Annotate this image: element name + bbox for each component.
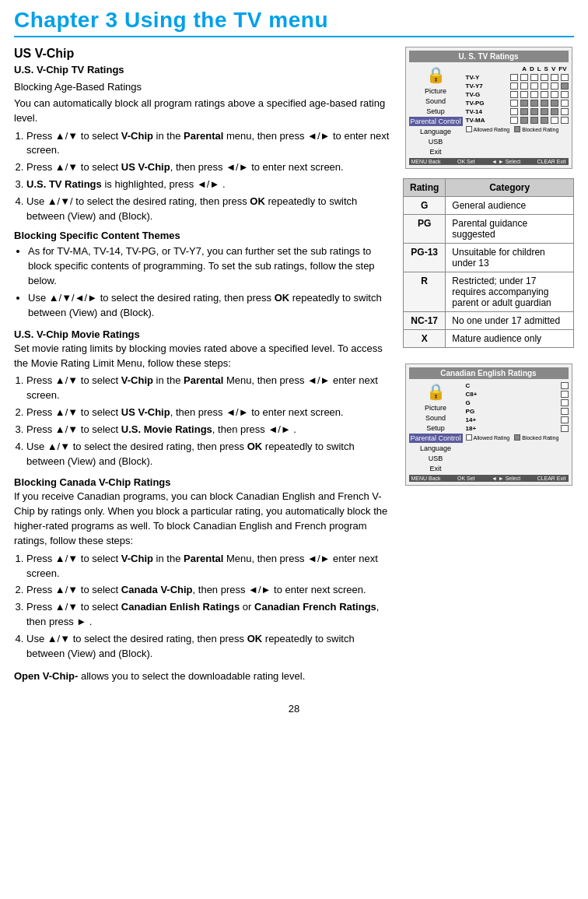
rating-row-tvy7: TV-Y7 [466, 83, 569, 90]
tv-legend: Allowed Rating Blocked Rating [466, 126, 569, 132]
category-col-header: Category [446, 179, 574, 197]
movie-ratings-section: U.S. V-Chip Movie Ratings Set movie rati… [14, 328, 392, 469]
cell-tv14-s [541, 108, 548, 115]
tv-ratings-content: ADLSVFV TV-Y [466, 65, 569, 156]
sidebar-parental: Parental Control [409, 117, 463, 126]
rating-row-tvma: TV-MA [466, 117, 569, 124]
cell-tvg-d [520, 91, 528, 98]
step1-item2: Press ▲/▼ to select US V-Chip, then pres… [26, 160, 392, 175]
page-number: 28 [14, 703, 574, 715]
cell-tvg-a [510, 91, 518, 98]
cell-tvpg-d [520, 100, 528, 107]
cell-tvg-fv [561, 91, 569, 98]
sidebar-exit: Exit [409, 147, 463, 156]
cell-tvpg-v [551, 100, 558, 107]
category-nc17: No one under 17 admitted [446, 312, 574, 330]
us-vchip-section: US V-Chip U.S. V-Chip TV Ratings Blockin… [14, 47, 392, 321]
rating-row-tvg: TV-G [466, 91, 569, 98]
ratings-header: ADLSVFV [466, 65, 569, 72]
us-tv-ratings-box: U. S. TV Ratings 🔒 Picture Sound Setup P… [405, 47, 572, 169]
rating-pg: PG [404, 215, 446, 244]
movie-ratings-text: Set movie rating limits by blocking movi… [14, 342, 392, 371]
blocking-bullet2: Use ▲/▼/◄/► to select the desired rating… [28, 291, 392, 321]
sidebar-language: Language [409, 127, 463, 136]
tv-nav-bar: MENU Back OK Set ◄ ► Select CLEAR Exit [409, 158, 569, 165]
rating-r: R [404, 272, 446, 312]
can-cell-c [561, 382, 569, 389]
canadian-ratings-content: C C8+ G [466, 382, 569, 473]
blocking-specific-heading: Blocking Specific Content Themes [14, 229, 392, 244]
sidebar-setup: Setup [409, 107, 463, 116]
cell-tvy-v [551, 74, 558, 81]
rating-x: X [404, 330, 446, 348]
rating-row-tvy: TV-Y [466, 74, 569, 81]
cell-tvy-s [541, 74, 548, 81]
cell-tvpg-fv [561, 100, 569, 107]
can-nav-ok: OK Set [457, 476, 475, 481]
canada-text: If you receive Canadian programs, you ca… [14, 490, 392, 548]
cell-tvg-v [551, 91, 558, 98]
can-legend-blocked: Blocked Rating [514, 434, 558, 441]
rating-row-tv14: TV-14 [466, 108, 569, 115]
steps2-list: Press ▲/▼ to select V-Chip in the Parent… [14, 374, 392, 469]
sidebar-sound: Sound [409, 97, 463, 106]
can-sidebar-picture: Picture [409, 403, 463, 413]
rating-pg13: PG-13 [404, 244, 446, 272]
can-nav-exit: CLEAR Exit [537, 476, 566, 481]
nav-ok: OK Set [457, 159, 475, 164]
cell-tvma-a [510, 117, 518, 124]
canadian-lock-icon: 🔒 [426, 382, 446, 401]
blocking-specific-list: As for TV-MA, TV-14, TV-PG, or TV-Y7, yo… [14, 244, 392, 320]
canadian-tv-sidebar: 🔒 Picture Sound Setup Parental Control L… [409, 382, 463, 473]
steps1-list: Press ▲/▼ to select V-Chip in the Parent… [14, 129, 392, 224]
canada-heading: Blocking Canada V-Chip Ratings [14, 476, 392, 488]
step1-item1: Press ▲/▼ to select V-Chip in the Parent… [26, 129, 392, 159]
tv-sidebar: 🔒 Picture Sound Setup Parental Control L… [409, 65, 463, 156]
us-tv-ratings-title: U. S. TV Ratings [409, 51, 569, 62]
step3-item2: Press ▲/▼ to select Canada V-Chip, then … [26, 583, 392, 598]
step2-item3: Press ▲/▼ to select U.S. Movie Ratings, … [26, 423, 392, 437]
movie-ratings-heading: U.S. V-Chip Movie Ratings [14, 328, 392, 340]
can-tv-nav-bar: MENU Back OK Set ◄ ► Select CLEAR Exit [409, 475, 569, 482]
can-rating-pg: PG [466, 408, 569, 415]
can-legend-blocked-box [514, 434, 520, 441]
cell-tv14-a [510, 108, 518, 115]
category-pg13: Unsuitable for children under 13 [446, 244, 574, 272]
cell-tvpg-a [510, 100, 518, 107]
cell-tv14-d [520, 108, 528, 115]
blocking-age-text: You can automatically block all program … [14, 97, 392, 126]
cell-tvg-s [541, 91, 548, 98]
category-x: Mature audience only [446, 330, 574, 348]
open-vchip-section: Open V-Chip- allows you to select the do… [14, 669, 392, 684]
cell-tv14-v [551, 108, 558, 115]
blocking-bullet1: As for TV-MA, TV-14, TV-PG, or TV-Y7, yo… [28, 244, 392, 289]
cell-tvy7-s [541, 83, 548, 90]
rating-col-header: Rating [404, 179, 446, 197]
legend-allowed-box [466, 126, 472, 132]
sidebar-usb: USB [409, 137, 463, 146]
nav-menu: MENU Back [411, 159, 441, 164]
nav-select: ◄ ► Select [492, 159, 520, 164]
blocking-age-heading: Blocking Age-Based Ratings [14, 80, 392, 95]
cell-tvy7-v [551, 83, 558, 90]
chapter-title: Chapter 3 Using the TV menu [14, 8, 574, 37]
canada-section: Blocking Canada V-Chip Ratings If you re… [14, 476, 392, 661]
can-sidebar-parental: Parental Control [409, 434, 463, 443]
step1-item3: U.S. TV Ratings is highlighted, press ◄/… [26, 177, 392, 192]
legend-allowed: Allowed Rating [466, 126, 510, 132]
can-legend-allowed-box [466, 434, 472, 441]
can-cell-g [561, 399, 569, 406]
can-rating-14: 14+ [466, 416, 569, 423]
cell-tvy-a [510, 74, 518, 81]
rating-g: G [404, 197, 446, 215]
can-cell-c8 [561, 391, 569, 398]
canadian-ratings-box: Canadian English Ratings 🔒 Picture Sound… [405, 363, 572, 486]
step3-item3: Press ▲/▼ to select Canadian Enlish Rati… [26, 600, 392, 630]
cell-tv14-fv [561, 108, 569, 115]
step2-item4: Use ▲/▼ to select the desired rating, th… [26, 440, 392, 469]
cell-tvy7-fv [561, 83, 569, 90]
sidebar-picture: Picture [409, 86, 463, 96]
can-rating-c: C [466, 382, 569, 389]
can-sidebar-language: Language [409, 444, 463, 453]
table-row: PG-13 Unsuitable for children under 13 [404, 244, 574, 272]
